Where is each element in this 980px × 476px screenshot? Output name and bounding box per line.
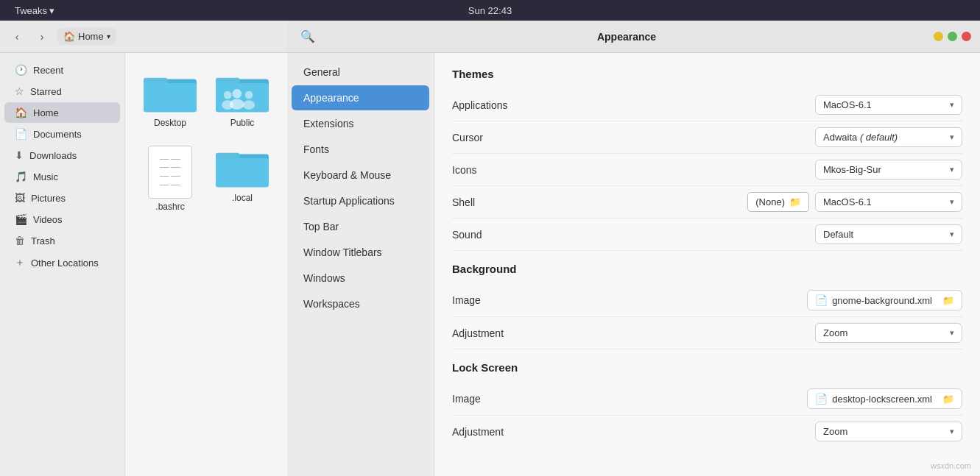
nav-item-window-titlebars[interactable]: Window Titlebars: [292, 240, 429, 265]
ls-adjustment-dropdown[interactable]: Zoom ▾: [815, 422, 962, 441]
settings-row-ls-image: Image 📄 desktop-lockscreen.xml 📁: [452, 383, 962, 416]
bg-folder-browse-icon: 📁: [942, 295, 954, 306]
nav-item-startup[interactable]: Startup Applications: [292, 188, 429, 213]
tweaks-search-button[interactable]: 🔍: [296, 26, 320, 47]
svg-point-9: [243, 100, 255, 110]
icons-label: Icons: [452, 164, 476, 176]
icons-dropdown-arrow: ▾: [950, 165, 954, 174]
settings-row-applications: Applications MacOS-6.1 ▾: [452, 89, 962, 121]
bg-adjustment-dropdown-arrow: ▾: [950, 328, 954, 338]
fm-home-button[interactable]: 🏠 Home ▾: [57, 28, 116, 45]
settings-row-bg-image: Image 📄 gnome-background.xml 📁: [452, 284, 962, 317]
window-close-button[interactable]: [962, 32, 971, 41]
nav-item-keyboard[interactable]: Keyboard & Mouse: [292, 163, 429, 188]
bg-image-label: Image: [452, 294, 481, 306]
folder-local-icon: [216, 146, 269, 190]
sidebar-item-downloads[interactable]: ⬇ Downloads: [4, 145, 120, 166]
downloads-icon: ⬇: [15, 149, 24, 161]
nav-item-fonts[interactable]: Fonts: [292, 137, 429, 162]
sound-dropdown-arrow: ▾: [950, 230, 954, 239]
nav-item-extensions[interactable]: Extensions: [292, 111, 429, 136]
tweaks-titlebar: 🔍 Appearance: [287, 21, 980, 53]
file-item-local[interactable]: .local: [209, 140, 275, 218]
applications-dropdown[interactable]: MacOS-6.1 ▾: [815, 95, 962, 115]
nav-item-workspaces[interactable]: Workspaces: [292, 291, 429, 316]
trash-icon: 🗑: [15, 235, 25, 246]
shell-dropdown[interactable]: MacOS-6.1 ▾: [815, 192, 962, 212]
sidebar-item-home[interactable]: 🏠 Home: [4, 102, 120, 123]
sidebar-item-starred[interactable]: ☆ Starred: [4, 81, 120, 102]
file-label-local: .local: [232, 193, 253, 203]
svg-rect-2: [144, 83, 197, 113]
topbar-clock: Sun 22:43: [468, 5, 512, 16]
nav-item-windows[interactable]: Windows: [292, 266, 429, 291]
sidebar-item-documents[interactable]: 📄 Documents: [4, 124, 120, 144]
folder-desktop-icon: [144, 71, 197, 115]
nav-item-appearance[interactable]: Appearance: [292, 85, 429, 110]
file-label-desktop: Desktop: [154, 118, 186, 128]
sidebar-item-trash[interactable]: 🗑 Trash: [4, 230, 120, 251]
bg-adjustment-dropdown[interactable]: Zoom ▾: [815, 323, 962, 343]
fm-toolbar: ‹ › 🏠 Home ▾: [0, 21, 287, 53]
sidebar-item-music[interactable]: 🎵 Music: [4, 166, 120, 187]
ls-folder-browse-icon: 📁: [942, 394, 954, 405]
svg-point-8: [245, 91, 253, 99]
fm-forward-button[interactable]: ›: [32, 27, 52, 46]
sidebar-item-videos[interactable]: 🎬 Videos: [4, 209, 120, 230]
sound-dropdown[interactable]: Default ▾: [815, 224, 962, 244]
shell-dropdown-arrow: ▾: [950, 197, 954, 207]
window-minimize-button[interactable]: [934, 32, 943, 41]
sound-label: Sound: [452, 229, 482, 241]
nav-item-general[interactable]: General: [292, 60, 429, 85]
icons-dropdown[interactable]: Mkos-Big-Sur ▾: [815, 160, 962, 180]
ls-file-icon: 📄: [815, 393, 828, 405]
tweaks-body: General Appearance Extensions Fonts Keyb…: [287, 53, 980, 476]
bg-file-icon: 📄: [815, 294, 828, 306]
file-item-public[interactable]: Public: [209, 65, 275, 134]
cursor-dropdown-arrow: ▾: [950, 132, 954, 142]
settings-row-shell: Shell (None) 📁 MacOS-6.1 ▾: [452, 186, 962, 219]
fm-back-button[interactable]: ‹: [7, 27, 27, 46]
fm-files-area: Desktop: [125, 53, 287, 476]
shell-controls: (None) 📁 MacOS-6.1 ▾: [747, 192, 962, 212]
documents-icon: 📄: [15, 128, 27, 140]
window-controls: [934, 32, 971, 41]
ls-image-file[interactable]: 📄 desktop-lockscreen.xml 📁: [807, 388, 962, 409]
file-item-desktop[interactable]: Desktop: [137, 65, 203, 134]
file-item-bashrc[interactable]: ── ──── ──── ──── ── .bashrc: [137, 140, 203, 218]
svg-point-6: [233, 89, 242, 99]
starred-icon: ☆: [15, 85, 24, 97]
cursor-label: Cursor: [452, 132, 483, 143]
file-label-bashrc: .bashrc: [155, 202, 184, 212]
window-maximize-button[interactable]: [948, 32, 957, 41]
shell-folder-icon: 📁: [789, 196, 801, 207]
fm-home-dropdown-icon: ▾: [107, 32, 110, 40]
shell-none-box[interactable]: (None) 📁: [747, 192, 809, 212]
bg-image-file[interactable]: 📄 gnome-background.xml 📁: [807, 290, 962, 310]
watermark: wsxdn.com: [931, 461, 971, 470]
settings-row-sound: Sound Default ▾: [452, 219, 962, 251]
tweaks-title: Appearance: [325, 31, 928, 43]
shell-label: Shell: [452, 196, 475, 208]
cursor-dropdown[interactable]: Adwaita ( default) ▾: [815, 127, 962, 147]
settings-row-ls-adjustment: Adjustment Zoom ▾: [452, 416, 962, 447]
sidebar-item-recent[interactable]: 🕐 Recent: [4, 60, 120, 80]
svg-rect-14: [216, 158, 269, 188]
recent-icon: 🕐: [15, 64, 27, 76]
ls-image-label: Image: [452, 393, 481, 405]
topbar-left: Tweaks ▾: [9, 5, 54, 16]
main-layout: ‹ › 🏠 Home ▾ 🕐 Recent ☆ Starred 🏠: [0, 21, 980, 476]
lockscreen-section-divider: Lock Screen: [452, 361, 962, 374]
music-icon: 🎵: [15, 171, 27, 182]
settings-row-icons: Icons Mkos-Big-Sur ▾: [452, 154, 962, 186]
sidebar-item-other[interactable]: ＋ Other Locations: [4, 252, 120, 274]
fm-sidebar: 🕐 Recent ☆ Starred 🏠 Home 📄 Documents ⬇: [0, 53, 125, 476]
sidebar-item-pictures[interactable]: 🖼 Pictures: [4, 188, 120, 208]
nav-item-topbar[interactable]: Top Bar: [292, 214, 429, 239]
pictures-icon: 🖼: [15, 192, 25, 204]
ls-adjustment-label: Adjustment: [452, 426, 504, 438]
ls-adjustment-dropdown-arrow: ▾: [950, 427, 954, 436]
tweaks-content: Themes Applications MacOS-6.1 ▾ Cursor A…: [434, 53, 980, 476]
tweaks-menu[interactable]: Tweaks ▾: [15, 5, 54, 16]
applications-dropdown-arrow: ▾: [950, 100, 954, 110]
